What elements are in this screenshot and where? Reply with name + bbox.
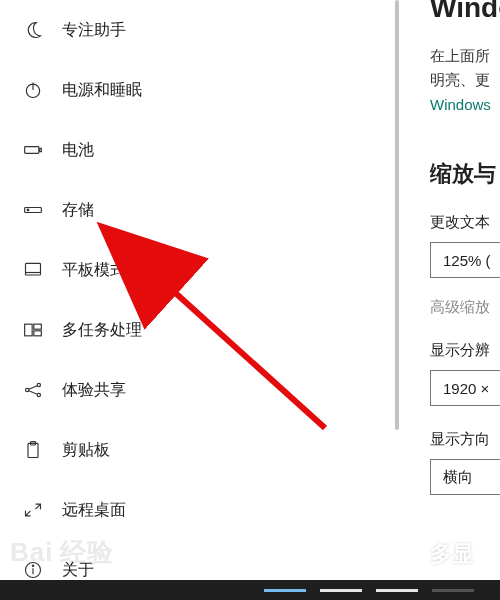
section-heading-scale: 缩放与 xyxy=(430,159,500,189)
sidebar-item-label: 存储 xyxy=(62,200,94,221)
sidebar-item-multitasking[interactable]: 多任务处理 xyxy=(0,300,400,360)
remote-icon xyxy=(22,499,44,521)
sidebar-item-remote-desktop[interactable]: 远程桌面 xyxy=(0,480,400,540)
sidebar-item-label: 剪贴板 xyxy=(62,440,110,461)
taskbar-app-indicator[interactable] xyxy=(432,589,474,592)
svg-rect-3 xyxy=(40,148,42,151)
sidebar-item-clipboard[interactable]: 剪贴板 xyxy=(0,420,400,480)
orientation-dropdown-value: 横向 xyxy=(443,468,473,487)
section-heading-windows-hd: Windo xyxy=(430,0,500,24)
sidebar-item-power-sleep[interactable]: 电源和睡眠 xyxy=(0,60,400,120)
sidebar-item-tablet-mode[interactable]: 平板模式 xyxy=(0,240,400,300)
section-heading-multi-display: 多显 xyxy=(430,539,500,569)
sidebar-item-shared-experiences[interactable]: 体验共享 xyxy=(0,360,400,420)
settings-sidebar: 专注助手 电源和睡眠 电池 存储 平板模式 xyxy=(0,0,400,580)
taskbar[interactable] xyxy=(0,580,500,600)
svg-rect-10 xyxy=(34,331,42,336)
svg-point-12 xyxy=(37,383,40,386)
taskbar-app-indicator[interactable] xyxy=(264,589,306,592)
svg-point-13 xyxy=(37,393,40,396)
battery-icon xyxy=(22,139,44,161)
svg-line-15 xyxy=(29,391,37,394)
taskbar-app-indicator[interactable] xyxy=(376,589,418,592)
sidebar-item-battery[interactable]: 电池 xyxy=(0,120,400,180)
scale-dropdown[interactable]: 125% ( xyxy=(430,242,500,278)
svg-rect-9 xyxy=(34,324,42,329)
resolution-dropdown-value: 1920 × xyxy=(443,380,489,397)
svg-point-20 xyxy=(32,565,33,566)
tablet-icon xyxy=(22,259,44,281)
svg-point-5 xyxy=(27,209,29,211)
about-icon xyxy=(22,559,44,581)
label-text-size: 更改文本 xyxy=(430,213,500,232)
settings-main-panel: Windo 在上面所 明亮、更 Windows 缩放与 更改文本 125% ( … xyxy=(400,0,500,580)
advanced-scaling-link[interactable]: 高级缩放 xyxy=(430,298,500,317)
svg-rect-8 xyxy=(25,324,33,336)
power-icon xyxy=(22,79,44,101)
sidebar-item-label: 多任务处理 xyxy=(62,320,142,341)
svg-line-14 xyxy=(29,386,37,389)
sidebar-item-label: 关于 xyxy=(62,560,94,581)
orientation-dropdown[interactable]: 横向 xyxy=(430,459,500,495)
storage-icon xyxy=(22,199,44,221)
hd-color-desc: 在上面所 明亮、更 xyxy=(430,44,500,92)
sidebar-item-label: 专注助手 xyxy=(62,20,126,41)
scale-dropdown-value: 125% ( xyxy=(443,252,491,269)
moon-icon xyxy=(22,19,44,41)
clipboard-icon xyxy=(22,439,44,461)
sidebar-item-label: 平板模式 xyxy=(62,260,126,281)
label-orientation: 显示方向 xyxy=(430,430,500,449)
sidebar-item-storage[interactable]: 存储 xyxy=(0,180,400,240)
svg-rect-2 xyxy=(25,147,39,154)
sidebar-item-label: 远程桌面 xyxy=(62,500,126,521)
multitask-icon xyxy=(22,319,44,341)
share-icon xyxy=(22,379,44,401)
scrollbar-thumb[interactable] xyxy=(395,0,399,430)
sidebar-item-focus-assist[interactable]: 专注助手 xyxy=(0,0,400,60)
svg-point-11 xyxy=(26,388,29,391)
hd-color-link[interactable]: Windows xyxy=(430,96,500,113)
label-resolution: 显示分辨 xyxy=(430,341,500,360)
sidebar-item-label: 电池 xyxy=(62,140,94,161)
sidebar-item-label: 体验共享 xyxy=(62,380,126,401)
sidebar-item-label: 电源和睡眠 xyxy=(62,80,142,101)
svg-rect-6 xyxy=(26,263,41,275)
resolution-dropdown[interactable]: 1920 × xyxy=(430,370,500,406)
sidebar-scrollbar[interactable] xyxy=(392,0,400,580)
taskbar-app-indicator[interactable] xyxy=(320,589,362,592)
